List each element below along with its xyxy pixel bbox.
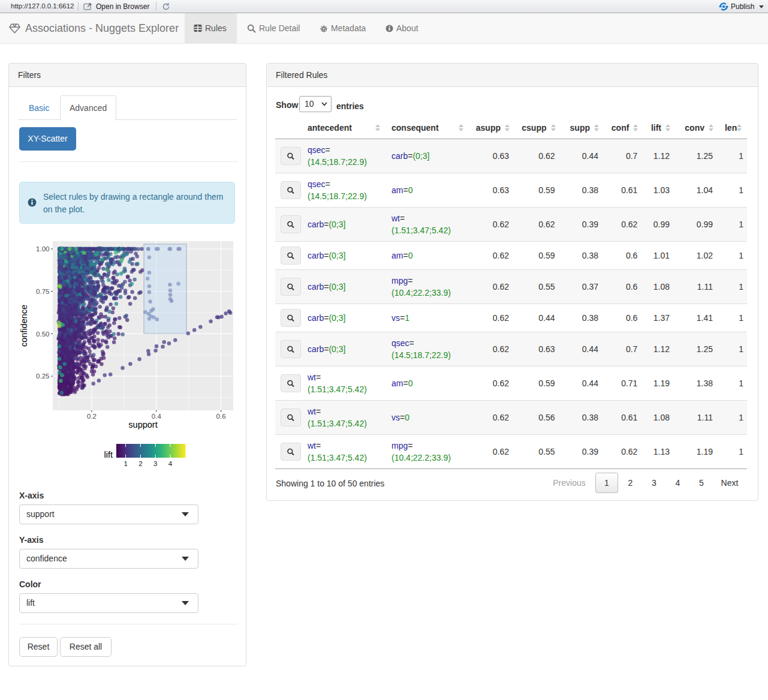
svg-text:lift: lift <box>104 450 113 459</box>
svg-text:2: 2 <box>138 460 142 467</box>
svg-text:0.75: 0.75 <box>36 288 49 295</box>
svg-text:0.4: 0.4 <box>152 413 162 420</box>
svg-text:support: support <box>128 420 157 429</box>
svg-text:0.25: 0.25 <box>36 372 49 380</box>
svg-text:0.2: 0.2 <box>87 413 97 420</box>
svg-text:4: 4 <box>168 460 173 467</box>
svg-text:0.50: 0.50 <box>36 331 49 338</box>
svg-text:1: 1 <box>124 460 127 467</box>
svg-text:3: 3 <box>153 460 157 467</box>
svg-text:0.6: 0.6 <box>216 413 226 420</box>
svg-text:confidence: confidence <box>19 305 29 347</box>
svg-text:1.00: 1.00 <box>36 245 49 253</box>
